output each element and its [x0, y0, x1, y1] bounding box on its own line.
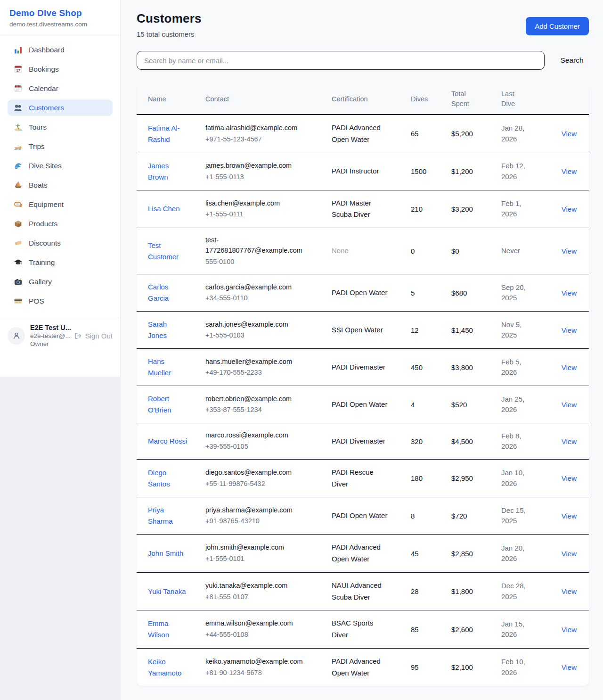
customer-dives: 95: [411, 663, 419, 671]
customers-table-card: Name Contact Certification Dives Total S…: [137, 84, 589, 686]
customer-dives: 180: [411, 474, 423, 482]
view-customer-link[interactable]: View: [562, 130, 577, 138]
search-button[interactable]: Search: [555, 56, 589, 65]
customer-phone: +49-170-555-2233: [205, 368, 327, 378]
customer-last-dive: Feb 12, 2026: [501, 161, 529, 182]
customer-last-dive: Jan 28, 2026: [501, 123, 529, 144]
tours-icon: [14, 123, 23, 132]
products-icon: [14, 219, 23, 228]
user-role: Owner: [30, 340, 69, 347]
customer-dives: 8: [411, 512, 415, 520]
customer-name-link[interactable]: Keiko Yamamoto: [148, 656, 187, 679]
view-customer-link[interactable]: View: [562, 326, 577, 334]
customer-phone: 555-0100: [205, 257, 327, 267]
customer-last-dive: Feb 10, 2026: [501, 657, 529, 678]
customer-certification: PADI Advanced Open Water: [332, 656, 388, 679]
sidebar-item-products[interactable]: Products: [8, 215, 113, 232]
view-customer-link[interactable]: View: [562, 205, 577, 213]
customer-name-link[interactable]: Robert O'Brien: [148, 393, 187, 416]
sidebar-item-boats[interactable]: Boats: [8, 177, 113, 193]
customer-phone: +971-55-123-4567: [205, 134, 327, 145]
view-customer-link[interactable]: View: [562, 663, 577, 671]
view-customer-link[interactable]: View: [562, 474, 577, 482]
sidebar-item-label: Bookings: [29, 65, 59, 74]
customer-name-link[interactable]: Marco Rossi: [148, 436, 187, 447]
customer-name-link[interactable]: Priya Sharma: [148, 504, 187, 527]
sidebar-item-label: Equipment: [29, 200, 64, 209]
sidebar-item-label: Dashboard: [29, 46, 65, 54]
sidebar-item-pos[interactable]: POS: [8, 293, 113, 309]
customer-name-link[interactable]: Diego Santos: [148, 467, 187, 490]
search-input[interactable]: [137, 51, 545, 70]
sidebar-item-training[interactable]: Training: [8, 254, 113, 271]
shop-header: Demo Dive Shop demo.test.divestreams.com: [0, 0, 120, 35]
customer-phone: +44-555-0108: [205, 630, 327, 640]
sidebar-item-dive-sites[interactable]: Dive Sites: [8, 157, 113, 174]
column-header-total-spent: Total Spent: [451, 84, 501, 115]
customer-certification: PADI Divemaster: [332, 362, 388, 373]
customer-name-link[interactable]: John Smith: [148, 548, 183, 559]
view-customer-link[interactable]: View: [562, 247, 577, 255]
customer-name-link[interactable]: Lisa Chen: [148, 203, 180, 214]
sidebar-item-bookings[interactable]: 17 Bookings: [8, 61, 113, 77]
view-customer-link[interactable]: View: [562, 363, 577, 371]
customer-last-dive: Feb 1, 2026: [501, 198, 529, 220]
sidebar-item-trips[interactable]: Trips: [8, 138, 113, 155]
customer-certification: PADI Advanced Open Water: [332, 122, 388, 146]
customer-name-link[interactable]: Sarah Jones: [148, 319, 187, 341]
sidebar-item-gallery[interactable]: Gallery: [8, 273, 113, 290]
customer-name-link[interactable]: Hans Mueller: [148, 356, 187, 379]
person-icon: [12, 331, 21, 340]
view-customer-link[interactable]: View: [562, 626, 577, 634]
table-body: Fatima Al-Rashid fatima.alrashid@example…: [137, 115, 589, 686]
customer-certification: PADI Advanced Open Water: [332, 542, 388, 565]
customer-dives: 450: [411, 363, 423, 371]
customer-last-dive: Jan 20, 2026: [501, 543, 529, 564]
customer-name-link[interactable]: James Brown: [148, 160, 187, 183]
customer-email: yuki.tanaka@example.com: [205, 581, 303, 591]
table-header-row: Name Contact Certification Dives Total S…: [137, 84, 589, 115]
app: Demo Dive Shop demo.test.divestreams.com…: [0, 0, 603, 700]
view-customer-link[interactable]: View: [562, 167, 577, 175]
table-row: Sarah Jones sarah.jones@example.com +1-5…: [137, 312, 589, 349]
user-name: E2E Test U...: [30, 324, 69, 331]
view-customer-link[interactable]: View: [562, 437, 577, 445]
view-customer-link[interactable]: View: [562, 401, 577, 409]
customer-count: 15 total customers: [137, 30, 202, 38]
sidebar-item-dashboard[interactable]: Dashboard: [8, 41, 113, 58]
customer-name-link[interactable]: Emma Wilson: [148, 618, 187, 641]
sidebar-nav: Dashboard 17 Bookings Calendar Customers…: [0, 35, 120, 315]
sign-out-button[interactable]: Sign Out: [74, 332, 113, 340]
table-row: Carlos Garcia carlos.garcia@example.com …: [137, 274, 589, 312]
view-customer-link[interactable]: View: [562, 587, 577, 595]
customer-name-link[interactable]: Fatima Al-Rashid: [148, 123, 187, 145]
dive-sites-icon: [14, 161, 23, 170]
customer-email: marco.rossi@example.com: [205, 430, 303, 441]
sidebar-item-discounts[interactable]: Discounts: [8, 235, 113, 251]
customer-certification: PADI Open Water: [332, 399, 388, 411]
customer-total-spent: $720: [451, 512, 467, 520]
customers-icon: [14, 103, 23, 112]
customer-total-spent: $3,200: [451, 205, 473, 213]
discounts-icon: [14, 239, 23, 247]
add-customer-button[interactable]: Add Customer: [526, 17, 589, 35]
view-customer-link[interactable]: View: [562, 512, 577, 520]
sidebar-item-tours[interactable]: Tours: [8, 119, 113, 135]
customers-table: Name Contact Certification Dives Total S…: [137, 84, 589, 686]
customer-email: robert.obrien@example.com: [205, 394, 303, 404]
customer-total-spent: $2,600: [451, 626, 473, 634]
customer-name-link[interactable]: Carlos Garcia: [148, 281, 187, 304]
customer-certification: NAUI Advanced Scuba Diver: [332, 580, 388, 603]
sidebar-item-calendar[interactable]: Calendar: [8, 80, 113, 97]
customer-name-link[interactable]: Test Customer: [148, 240, 187, 263]
sidebar-item-customers[interactable]: Customers: [8, 99, 113, 116]
view-customer-link[interactable]: View: [562, 550, 577, 558]
column-header-dives: Dives: [411, 84, 451, 115]
customer-name-link[interactable]: Yuki Tanaka: [148, 586, 186, 597]
sidebar-item-label: POS: [29, 297, 44, 305]
customer-dives: 0: [411, 247, 415, 255]
sidebar-item-equipment[interactable]: Equipment: [8, 196, 113, 213]
view-customer-link[interactable]: View: [562, 289, 577, 297]
user-section: E2E Test U... e2e-tester@... Owner Sign …: [0, 317, 120, 354]
page-title: Customers: [137, 11, 202, 26]
